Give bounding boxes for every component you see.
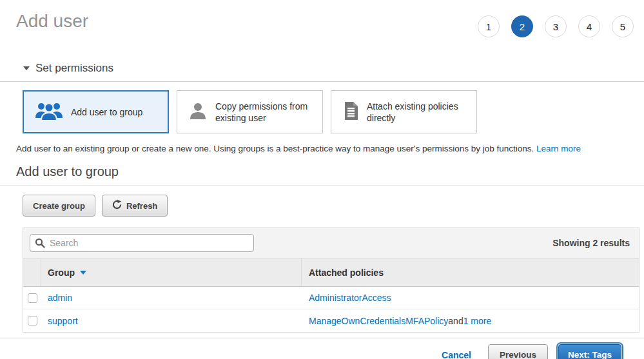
results-count: Showing 2 results	[552, 238, 630, 248]
policies-cell: ManageOwnCredentialsMFAPolicy and 1 more	[302, 309, 639, 332]
description-text: Add user to an existing group or create …	[16, 144, 534, 153]
group-link[interactable]: support	[48, 316, 78, 326]
and-text: and	[448, 316, 463, 326]
groups-table: Showing 2 results Group Attached policie…	[23, 228, 639, 333]
step-1: 1	[478, 15, 500, 37]
group-actions: Create group Refresh	[23, 195, 644, 217]
group-link[interactable]: admin	[48, 293, 72, 303]
option-add-user-to-group[interactable]: Add user to group	[23, 90, 169, 133]
option-copy-permissions[interactable]: Copy permissions from existing user	[177, 90, 323, 133]
more-policies-link[interactable]: 1 more	[463, 316, 492, 326]
permission-option-cards: Add user to group Copy permissions from …	[23, 90, 644, 133]
footer-actions: Cancel Previous Next: Tags	[0, 338, 644, 359]
policy-link[interactable]: AdministratorAccess	[309, 293, 391, 303]
set-permissions-header[interactable]: Set permissions	[23, 62, 644, 75]
table-row: support ManageOwnCredentialsMFAPolicy an…	[23, 309, 639, 332]
row-checkbox-cell	[23, 287, 41, 309]
sort-desc-icon	[80, 271, 86, 275]
previous-button[interactable]: Previous	[488, 344, 548, 359]
option-attach-policies[interactable]: Attach existing policies directly	[331, 90, 477, 133]
table-header-row: Group Attached policies	[23, 258, 639, 287]
option-label: Add user to group	[71, 106, 168, 118]
row-checkbox[interactable]	[28, 293, 37, 303]
option-label: Attach existing policies directly	[367, 101, 463, 124]
step-4: 4	[578, 15, 600, 37]
section-title: Set permissions	[35, 62, 113, 75]
group-section-title: Add user to group	[16, 164, 644, 179]
user-icon	[188, 101, 208, 123]
search-icon	[35, 238, 45, 251]
search-box	[30, 234, 254, 252]
row-checkbox[interactable]	[28, 316, 37, 325]
column-header-group[interactable]: Group	[41, 258, 302, 286]
policies-cell: AdministratorAccess	[302, 287, 639, 309]
step-3: 3	[545, 15, 567, 37]
next-tags-button[interactable]: Next: Tags	[558, 344, 621, 359]
page-title: Add user	[16, 10, 88, 32]
group-cell: support	[41, 309, 302, 332]
section-divider	[0, 81, 644, 82]
table-toolbar: Showing 2 results	[23, 228, 639, 258]
column-header-attached-policies: Attached policies	[302, 258, 639, 286]
chevron-down-icon	[23, 66, 30, 70]
users-group-icon	[35, 101, 63, 123]
learn-more-link[interactable]: Learn more	[536, 144, 581, 153]
column-label: Attached policies	[309, 267, 384, 278]
section-description: Add user to an existing group or create …	[16, 144, 628, 153]
column-label: Group	[48, 267, 75, 278]
refresh-icon	[112, 200, 122, 211]
row-checkbox-cell	[23, 309, 41, 332]
refresh-label: Refresh	[126, 201, 157, 211]
group-section-divider	[0, 185, 644, 186]
page-header: Add user 1 2 3 4 5	[0, 0, 644, 37]
wizard-steps: 1 2 3 4 5	[478, 15, 634, 37]
step-5: 5	[612, 15, 634, 37]
refresh-button[interactable]: Refresh	[102, 195, 168, 217]
group-cell: admin	[41, 287, 302, 309]
table-row: admin AdministratorAccess	[23, 287, 639, 309]
document-icon	[342, 101, 359, 123]
policy-link[interactable]: ManageOwnCredentialsMFAPolicy	[309, 316, 448, 326]
step-2-active: 2	[511, 15, 533, 37]
search-input[interactable]	[30, 234, 254, 252]
option-label: Copy permissions from existing user	[215, 101, 312, 124]
header-checkbox-cell	[23, 258, 41, 286]
create-group-button[interactable]: Create group	[23, 195, 95, 217]
cancel-button[interactable]: Cancel	[442, 350, 471, 359]
